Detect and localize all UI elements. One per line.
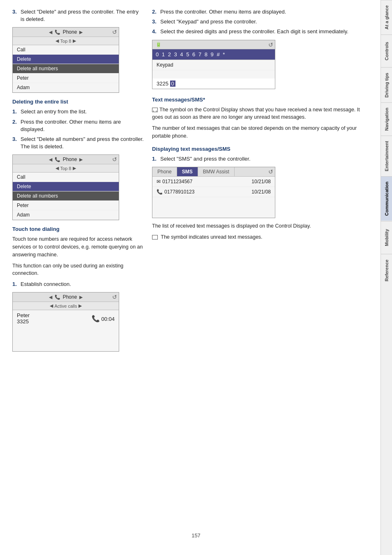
- tab-mobility[interactable]: Mobility: [381, 221, 392, 254]
- step-3-delete: 3. Select "Delete" and press the control…: [12, 8, 144, 23]
- right-step-text-3: Select "Keypad" and press the controller…: [160, 18, 372, 25]
- arrow-left-1: ◀: [49, 30, 52, 35]
- sms-note2: The symbol indicates unread text message…: [152, 233, 372, 241]
- active-call-empty-space: [13, 327, 119, 351]
- sms-note2-text: The symbol indicates unread text message…: [161, 234, 262, 240]
- refresh-icon-sms: ↺: [268, 168, 273, 175]
- section-heading-displaying: Displaying text messages/SMS: [152, 146, 372, 152]
- touchtone-step-text-1: Establish connection.: [21, 281, 144, 288]
- phone-row-call-1: Call: [13, 45, 119, 55]
- section-heading-touchtone: Touch tone dialing: [12, 226, 144, 232]
- sms-mockup: ↺ Phone SMS BMW Assist ✉ 01711234567 10/…: [152, 167, 275, 218]
- right-column: 2. Press the controller. Other menu item…: [152, 8, 372, 547]
- right-step-3: 3. Select "Keypad" and press the control…: [152, 18, 372, 25]
- section-heading-deleting: Deleting the entire list: [12, 99, 144, 105]
- page-number: 157: [191, 532, 201, 539]
- keypad-label-row: Keypad: [152, 60, 275, 70]
- phone-icon-1: 📞: [55, 30, 60, 35]
- keypad-top-row: 🔋: [152, 40, 275, 49]
- keypad-cursor: 0: [170, 81, 175, 87]
- phone-subheader-2: ◀ Top 8 ▶: [13, 164, 119, 173]
- tab-entertainment[interactable]: Entertainment: [381, 136, 392, 176]
- displaying-step-1: 1. Select "SMS" and press the controller…: [152, 155, 372, 163]
- right-step-text-2: Press the controller. Other menu items a…: [160, 8, 372, 16]
- displaying-step-text-1: Select "SMS" and press the controller.: [160, 155, 372, 163]
- tab-at-a-glance[interactable]: At a glance: [381, 0, 392, 35]
- phone-row-peter-2: Peter: [13, 201, 119, 210]
- right-step-2: 2. Press the controller. Other menu item…: [152, 8, 372, 16]
- deleting-step-text-3: Select "Delete all numbers" and press th…: [21, 136, 144, 150]
- touchtone-step-num-1: 1.: [12, 281, 18, 288]
- phone-icon-2: 📞: [55, 157, 60, 162]
- deleting-step-text-2: Press the controller. Other menu items a…: [21, 118, 144, 133]
- sms-symbol-icon: [152, 108, 158, 112]
- sms-number-2: 📞 01778910123: [157, 189, 194, 195]
- phone-title-1: Phone: [63, 29, 77, 35]
- phone-sub-label-1: Top 8: [60, 39, 71, 44]
- refresh-icon-3: ↺: [112, 294, 117, 300]
- active-call-row: Peter 3325 📞 00:04: [13, 310, 119, 327]
- right-step-text-4: Select the desired digits and press the …: [160, 28, 372, 35]
- left-column: 3. Select "Delete" and press the control…: [12, 8, 144, 547]
- phone-header-2: ◀ 📞 Phone ▶: [13, 155, 119, 164]
- sms-tab-sms[interactable]: SMS: [177, 167, 198, 176]
- keypad-spacer: [152, 70, 275, 78]
- sms-date-1: 10/21/08: [251, 179, 271, 184]
- keypad-value-row: 3225 0: [152, 78, 275, 89]
- phone-row-deleteall-2: Delete all numbers: [13, 191, 119, 201]
- phone-header-3: ◀ 📞 Phone ▶: [13, 292, 119, 302]
- call-timer: 📞 00:04: [92, 315, 115, 322]
- keypad-top-icon: 🔋: [156, 42, 161, 47]
- sidebar-tabs: At a glance Controls Driving tips Naviga…: [380, 0, 392, 555]
- caller-name: Peter: [17, 312, 30, 318]
- tab-reference[interactable]: Reference: [381, 254, 392, 287]
- refresh-icon-2: ↺: [112, 156, 117, 163]
- sms-tab-phone[interactable]: Phone: [152, 167, 177, 176]
- phone-sub-label-2: Top 8: [60, 166, 71, 171]
- arrow-right-1: ▶: [79, 30, 83, 35]
- phone-subheader-1: ◀ Top 8 ▶: [13, 37, 119, 45]
- keypad-digits-row: 0 1 2 3 4 5 6 7 8 9 # *: [152, 49, 275, 60]
- sms-number-1: ✉ 01711234567: [157, 179, 192, 184]
- deleting-step-2: 2. Press the controller. Other menu item…: [12, 118, 144, 133]
- phone-row-peter-1: Peter: [13, 74, 119, 83]
- right-step-num-2: 2.: [152, 8, 158, 16]
- phone-row-call-2: Call: [13, 173, 119, 182]
- phone-row-adam-2: Adam: [13, 210, 119, 220]
- step-num-3: 3.: [12, 8, 18, 23]
- active-call-info: Peter 3325: [17, 312, 30, 325]
- displaying-step-num-1: 1.: [152, 155, 158, 163]
- phone-row-delete-2: Delete: [13, 182, 119, 191]
- phone-mockup-2: ↺ ◀ 📞 Phone ▶ ◀ Top 8 ▶ Call Delete Dele…: [12, 154, 119, 220]
- deleting-step-text-1: Select an entry from the list.: [21, 108, 144, 115]
- tab-navigation[interactable]: Navigation: [381, 102, 392, 136]
- deleting-step-1: 1. Select an entry from the list.: [12, 108, 144, 115]
- touchtone-para1: Touch tone numbers are required for acce…: [12, 235, 144, 258]
- keypad-value: 3225: [157, 81, 168, 87]
- phone-mockup-3: ↺ ◀ 📞 Phone ▶ ◀ Active calls ▶ Peter 332…: [12, 292, 119, 352]
- sms-para1-text: The symbol on the Control Display shows …: [152, 107, 360, 120]
- sms-row-1: ✉ 01711234567 10/21/08: [152, 177, 275, 187]
- tab-communication[interactable]: Communication: [381, 176, 392, 221]
- sms-unread-icon: [152, 235, 158, 240]
- sms-para1: The symbol on the Control Display shows …: [152, 106, 372, 122]
- refresh-icon-keypad: ↺: [268, 41, 273, 48]
- phone-row-delete-1: Delete: [13, 55, 119, 64]
- sms-phone-2: 01778910123: [164, 189, 194, 195]
- right-step-num-3: 3.: [152, 18, 158, 25]
- unread-mail-icon: ✉: [157, 179, 161, 184]
- sms-date-2: 10/21/08: [251, 189, 271, 195]
- phone-header-1: ◀ 📞 Phone ▶: [13, 28, 119, 37]
- sms-row-2: 📞 01778910123 10/21/08: [152, 187, 275, 197]
- phone-row-deleteall-1: Delete all numbers: [13, 64, 119, 74]
- phone-title-3: Phone: [63, 294, 77, 300]
- caller-number: 3325: [17, 318, 30, 325]
- tab-controls[interactable]: Controls: [381, 35, 392, 67]
- tab-driving-tips[interactable]: Driving tips: [381, 67, 392, 103]
- touchtone-step-1: 1. Establish connection.: [12, 281, 144, 288]
- sms-phone-1: 01711234567: [162, 179, 192, 184]
- section-heading-sms: Text messages/SMS*: [152, 97, 372, 103]
- phone-call-icon: 📞: [92, 315, 100, 322]
- sms-tab-bmw[interactable]: BMW Assist: [198, 167, 235, 176]
- sms-empty-space: [152, 197, 275, 218]
